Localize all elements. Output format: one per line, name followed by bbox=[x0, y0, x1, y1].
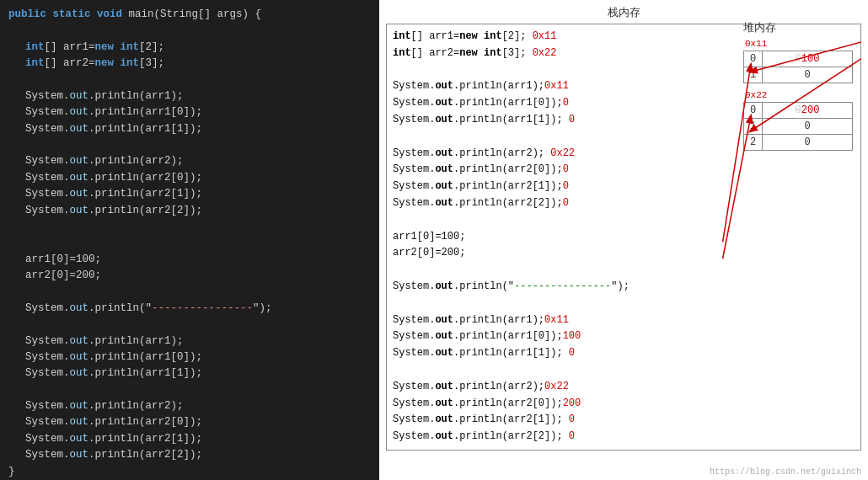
stack-title: 栈内存 bbox=[386, 5, 861, 20]
heap-title: 堆内存 bbox=[743, 20, 853, 35]
code-line: System.out.println(arr2[2]); bbox=[8, 203, 371, 219]
heap-row: 00100 bbox=[744, 51, 852, 67]
heap-row: 10 bbox=[744, 119, 852, 135]
code-line: System.out.println(arr2[1]); bbox=[8, 431, 371, 447]
stack-line: System.out.println("----------------"); bbox=[393, 279, 855, 296]
code-line: System.out.println(arr1[0]); bbox=[8, 349, 371, 365]
stack-line bbox=[393, 296, 855, 312]
code-line bbox=[8, 317, 371, 333]
memory-diagram: 栈内存 int[] arr1=new int[2]; 0x11int[] arr… bbox=[379, 0, 868, 480]
stack-line: System.out.println(arr2[1]);0 bbox=[393, 179, 855, 195]
stack-line bbox=[393, 212, 855, 229]
code-line: } bbox=[8, 464, 371, 480]
stack-line bbox=[393, 262, 855, 279]
code-line: System.out.println(arr2[0]); bbox=[8, 414, 371, 430]
code-line: System.out.println(arr2); bbox=[8, 153, 371, 169]
watermark: https://blog.csdn.net/guixinch bbox=[710, 467, 861, 477]
code-line: System.out.println(arr1); bbox=[8, 88, 371, 104]
code-panel: public static void main(String[] args) {… bbox=[0, 0, 379, 480]
heap-row: 10 bbox=[744, 67, 852, 83]
stack-line: System.out.println(arr2[1]); 0 bbox=[393, 412, 855, 429]
heap-row: 20 bbox=[744, 135, 852, 150]
stack-line: System.out.println(arr1[1]); 0 bbox=[393, 345, 855, 362]
code-line: System.out.println(arr2[2]); bbox=[8, 447, 371, 463]
stack-line: System.out.println(arr1[0]);100 bbox=[393, 328, 855, 345]
heap-arr1: 0x11 0010010 bbox=[743, 39, 853, 83]
stack-line: System.out.println(arr2);0x22 bbox=[393, 379, 855, 396]
code-line bbox=[8, 235, 371, 251]
code-line: System.out.println(arr2[0]); bbox=[8, 170, 371, 186]
code-line bbox=[8, 284, 371, 300]
code-line bbox=[8, 137, 371, 153]
stack-line: System.out.println(arr2[0]);200 bbox=[393, 396, 855, 413]
code-line: System.out.println(arr2[1]); bbox=[8, 186, 371, 202]
code-line bbox=[8, 219, 371, 235]
stack-line: arr2[0]=200; bbox=[393, 245, 855, 262]
stack-line: System.out.println(arr2[0]);0 bbox=[393, 162, 855, 179]
stack-line: System.out.println(arr1);0x11 bbox=[393, 312, 855, 329]
code-line: System.out.println(arr2); bbox=[8, 398, 371, 414]
stack-line bbox=[393, 362, 855, 379]
heap-arr2: 0x22 002001020 bbox=[743, 90, 853, 151]
code-line: System.out.println(arr1[1]); bbox=[8, 121, 371, 137]
code-line: System.out.println("----------------"); bbox=[8, 301, 371, 317]
stack-line: System.out.println(arr2[2]); 0 bbox=[393, 429, 855, 445]
heap-row: 00200 bbox=[744, 103, 852, 119]
code-line bbox=[8, 72, 371, 88]
heap-section: 堆内存 0x11 0010010 0x22 002001020 bbox=[743, 20, 853, 157]
code-line: arr1[0]=100; bbox=[8, 252, 371, 268]
stack-line: System.out.println(arr2[2]);0 bbox=[393, 195, 855, 212]
code-line: System.out.println(arr1[1]); bbox=[8, 365, 371, 381]
code-line: arr2[0]=200; bbox=[8, 268, 371, 284]
stack-line: arr1[0]=100; bbox=[393, 229, 855, 246]
code-line: int[] arr1=new int[2]; bbox=[8, 40, 371, 56]
code-line: int[] arr2=new int[3]; bbox=[8, 56, 371, 72]
code-line bbox=[8, 382, 371, 398]
code-line bbox=[8, 23, 371, 39]
code-line: public static void main(String[] args) { bbox=[8, 7, 371, 23]
code-line: System.out.println(arr1[0]); bbox=[8, 104, 371, 120]
code-line: System.out.println(arr1); bbox=[8, 333, 371, 349]
